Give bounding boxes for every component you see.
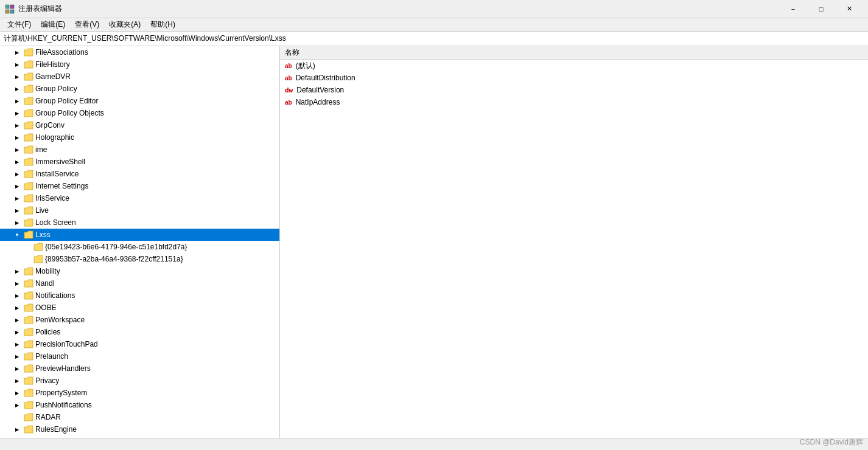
expand-icon[interactable] xyxy=(12,230,22,240)
tree-label: FileHistory xyxy=(35,60,70,69)
expand-icon[interactable] xyxy=(12,193,22,203)
tree-label: ImmersiveShell xyxy=(35,158,85,166)
tree-label: FileAssociations xyxy=(35,48,88,57)
folder-icon xyxy=(24,47,33,57)
expand-icon[interactable] xyxy=(12,120,22,130)
expand-icon[interactable] xyxy=(12,424,22,434)
expand-icon[interactable] xyxy=(12,169,22,179)
menu-view[interactable]: 查看(V) xyxy=(70,18,104,32)
folder-icon xyxy=(24,412,33,422)
folder-icon xyxy=(24,230,33,240)
expand-icon[interactable] xyxy=(12,376,22,386)
tree-item-mobility[interactable]: Mobility xyxy=(0,265,279,277)
tree-item-grpconv[interactable]: GrpConv xyxy=(0,119,279,131)
expand-icon[interactable] xyxy=(12,327,22,337)
expand-icon[interactable] xyxy=(12,60,22,69)
reg-entry-default-version[interactable]: dw DefaultVersion xyxy=(280,84,868,96)
svg-rect-3 xyxy=(10,10,14,13)
tree-item-internet-settings[interactable]: Internet Settings xyxy=(0,180,279,192)
tree-label: InstallService xyxy=(35,170,79,178)
tree-label: Lxss xyxy=(35,230,51,239)
expand-icon[interactable] xyxy=(12,157,22,167)
tree-item-notifications[interactable]: Notifications xyxy=(0,289,279,302)
tree-item-holographic[interactable]: Holographic xyxy=(0,131,279,144)
string-icon: ab xyxy=(285,99,292,106)
expand-icon[interactable] xyxy=(12,400,22,410)
folder-icon xyxy=(24,120,33,130)
close-button[interactable]: ✕ xyxy=(835,0,863,18)
expand-icon[interactable] xyxy=(12,315,22,325)
menu-edit[interactable]: 编辑(E) xyxy=(36,18,70,32)
expand-icon[interactable] xyxy=(12,96,22,106)
expand-icon[interactable] xyxy=(12,181,22,191)
tree-label: Holographic xyxy=(35,133,74,142)
expand-icon[interactable] xyxy=(12,145,22,154)
reg-entry-default-distribution[interactable]: ab DefaultDistribution xyxy=(280,72,868,84)
dword-icon: dw xyxy=(285,86,293,94)
tree-item-policies[interactable]: Policies xyxy=(0,326,279,338)
tree-item-push-notifications[interactable]: PushNotifications xyxy=(0,399,279,411)
expand-icon[interactable] xyxy=(12,206,22,215)
address-path: 计算机\HKEY_CURRENT_USER\SOFTWARE\Microsoft… xyxy=(4,33,286,44)
menu-help[interactable]: 帮助(H) xyxy=(145,18,180,32)
tree-item-group-policy[interactable]: Group Policy xyxy=(0,83,279,95)
expand-icon[interactable] xyxy=(12,351,22,361)
expand-icon[interactable] xyxy=(12,47,22,57)
expand-icon[interactable] xyxy=(12,279,22,288)
tree-item-game-dvr[interactable]: GameDVR xyxy=(0,71,279,83)
tree-item-group-policy-editor[interactable]: Group Policy Editor xyxy=(0,95,279,107)
tree-item-install-service[interactable]: InstallService xyxy=(0,168,279,180)
tree-item-rules-engine[interactable]: RulesEngine xyxy=(0,423,279,435)
tree-item-iris-service[interactable]: IrisService xyxy=(0,192,279,204)
expand-icon[interactable] xyxy=(12,133,22,142)
expand-icon[interactable] xyxy=(12,339,22,349)
tree-item-lock-screen[interactable]: Lock Screen xyxy=(0,216,279,229)
bottom-scrollbar[interactable]: CSDN @David唐辉 xyxy=(0,438,868,450)
tree-label: RulesEngine xyxy=(35,425,77,434)
expand-icon[interactable] xyxy=(12,364,22,373)
tree-item-privacy[interactable]: Privacy xyxy=(0,375,279,387)
minimize-button[interactable]: − xyxy=(779,0,807,18)
tree-item-nandl[interactable]: NandI xyxy=(0,277,279,289)
menu-file[interactable]: 文件(F) xyxy=(2,18,36,32)
folder-icon xyxy=(24,279,33,288)
expand-icon[interactable] xyxy=(12,108,22,118)
reg-entry-default[interactable]: ab (默认) xyxy=(280,60,868,72)
tree-item-lxss-child2[interactable]: {89953b57-a2ba-46a4-9368-f22cff21151a} xyxy=(0,253,279,265)
expand-icon[interactable] xyxy=(12,84,22,94)
tree-item-live[interactable]: Live xyxy=(0,204,279,216)
tree-item-file-history[interactable]: FileHistory xyxy=(0,58,279,71)
menu-favorites[interactable]: 收藏夹(A) xyxy=(104,18,145,32)
expand-icon[interactable] xyxy=(12,266,22,276)
expand-icon[interactable] xyxy=(12,291,22,300)
app-icon xyxy=(5,4,15,14)
tree-label: Group Policy xyxy=(35,85,77,93)
tree-item-property-system[interactable]: PropertySystem xyxy=(0,387,279,399)
tree-label: {05e19423-b6e6-4179-946e-c51e1bfd2d7a} xyxy=(45,243,187,251)
expand-icon[interactable] xyxy=(12,72,22,81)
tree-panel[interactable]: FileAssociations FileHistory GameDVR Gro… xyxy=(0,46,280,438)
expand-icon[interactable] xyxy=(12,388,22,398)
menu-bar: 文件(F) 编辑(E) 查看(V) 收藏夹(A) 帮助(H) xyxy=(0,18,868,32)
tree-item-penworkspace[interactable]: PenWorkspace xyxy=(0,314,279,326)
maximize-button[interactable]: □ xyxy=(807,0,835,18)
tree-item-radar[interactable]: RADAR xyxy=(0,411,279,423)
expand-icon[interactable] xyxy=(12,218,22,227)
folder-icon xyxy=(24,424,33,434)
tree-item-ime[interactable]: ime xyxy=(0,144,279,156)
tree-item-prelaunch[interactable]: Prelaunch xyxy=(0,350,279,362)
tree-item-lxss-child1[interactable]: {05e19423-b6e6-4179-946e-c51e1bfd2d7a} xyxy=(0,241,279,253)
expand-icon[interactable] xyxy=(12,303,22,313)
tree-item-oobe[interactable]: OOBE xyxy=(0,302,279,314)
tree-item-file-assoc[interactable]: FileAssociations xyxy=(0,46,279,58)
folder-icon xyxy=(24,218,33,227)
tree-item-precision-touchpad[interactable]: PrecisionTouchPad xyxy=(0,338,279,350)
string-icon: ab xyxy=(285,75,292,81)
reg-entry-nat-ip[interactable]: ab NatIpAddress xyxy=(280,96,868,108)
tree-item-immersive-shell[interactable]: ImmersiveShell xyxy=(0,156,279,168)
tree-item-group-policy-objects[interactable]: Group Policy Objects xyxy=(0,107,279,119)
folder-icon xyxy=(24,291,33,300)
tree-item-preview-handlers[interactable]: PreviewHandlers xyxy=(0,362,279,375)
reg-name-nat-ip: NatIpAddress xyxy=(296,98,340,106)
tree-item-lxss[interactable]: Lxss xyxy=(0,229,279,241)
